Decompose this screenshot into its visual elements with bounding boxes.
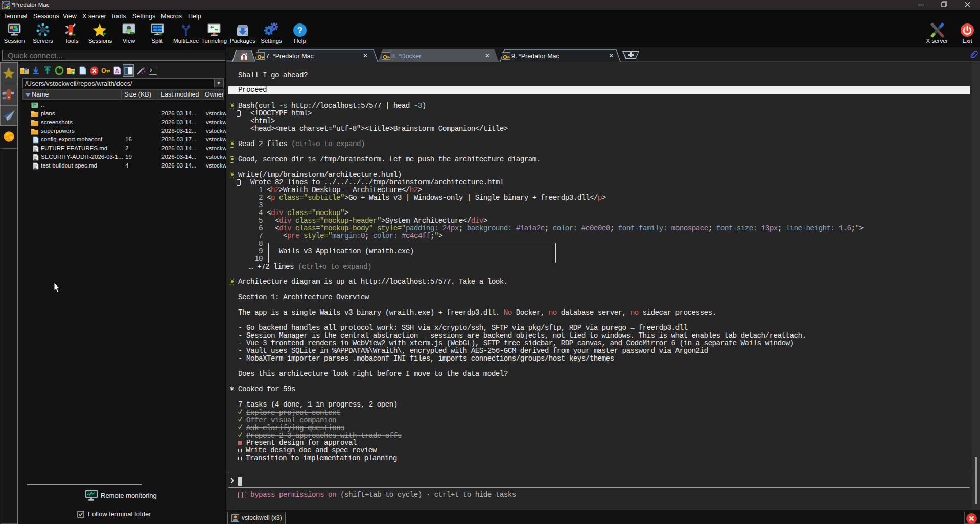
svg-text:A: A (115, 68, 119, 74)
